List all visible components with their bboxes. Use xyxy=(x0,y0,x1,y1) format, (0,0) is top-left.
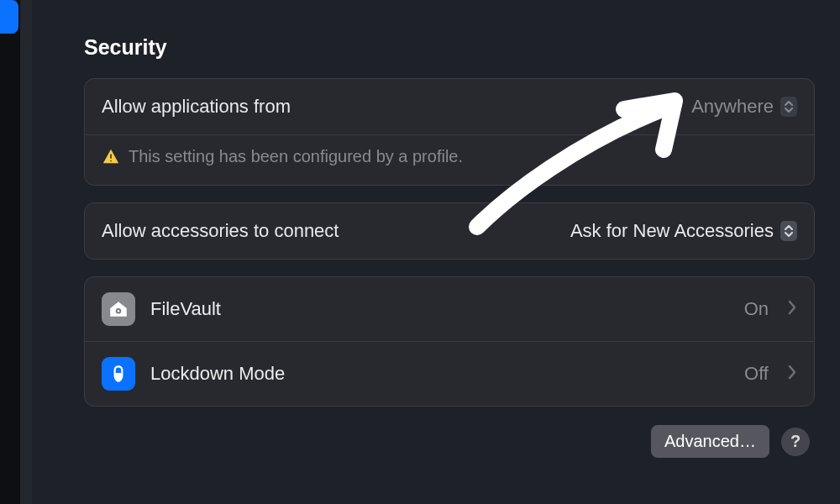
warning-icon xyxy=(102,148,120,166)
lockdown-row[interactable]: Lockdown Mode Off xyxy=(85,341,814,406)
allow-apps-row: Allow applications from Anywhere xyxy=(85,79,814,134)
footer: Advanced… ? xyxy=(84,425,815,458)
security-pane: Security Allow applications from Anywher… xyxy=(32,0,840,504)
chevron-right-icon xyxy=(787,299,797,320)
sidebar-edge xyxy=(0,0,32,504)
filevault-state: On xyxy=(744,298,769,320)
filevault-row[interactable]: FileVault On xyxy=(85,277,814,341)
filevault-label: FileVault xyxy=(150,298,729,320)
allow-apps-value: Anywhere xyxy=(691,96,774,118)
lockdown-icon xyxy=(102,357,135,391)
accessories-label: Allow accessories to connect xyxy=(102,220,570,242)
svg-point-3 xyxy=(118,310,119,312)
lockdown-label: Lockdown Mode xyxy=(150,363,729,385)
accessories-row[interactable]: Allow accessories to connect Ask for New… xyxy=(85,203,814,259)
advanced-button[interactable]: Advanced… xyxy=(651,425,769,458)
allow-apps-panel: Allow applications from Anywhere This se… xyxy=(84,78,815,186)
accessories-panel: Allow accessories to connect Ask for New… xyxy=(84,202,815,260)
page-title: Security xyxy=(84,35,815,60)
help-button[interactable]: ? xyxy=(781,428,810,456)
accessories-stepper-icon[interactable] xyxy=(780,221,797,241)
svg-rect-1 xyxy=(110,160,112,161)
filevault-icon xyxy=(102,292,135,326)
allow-apps-helper-text: This setting has been configured by a pr… xyxy=(129,147,463,166)
allow-apps-label: Allow applications from xyxy=(102,96,691,118)
lockdown-state: Off xyxy=(744,363,769,385)
accessories-value: Ask for New Accessories xyxy=(570,220,774,242)
security-links-panel: FileVault On Lockdown Mode Off xyxy=(84,276,815,407)
allow-apps-helper: This setting has been configured by a pr… xyxy=(85,134,814,185)
sidebar-selection-indicator xyxy=(0,0,18,34)
svg-rect-0 xyxy=(110,154,112,159)
chevron-right-icon xyxy=(787,364,797,385)
allow-apps-stepper-icon xyxy=(780,97,797,117)
